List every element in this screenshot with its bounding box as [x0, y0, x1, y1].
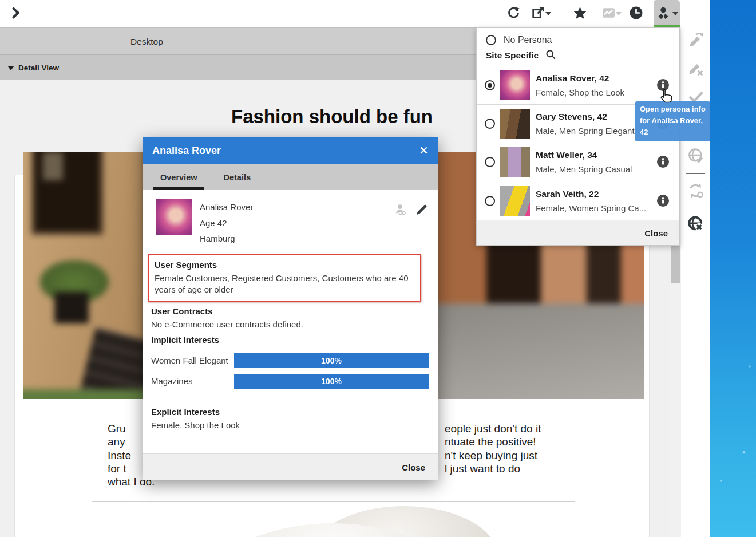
implicit-interests-heading: Implicit Interests	[151, 333, 429, 348]
radio-no-persona[interactable]	[486, 35, 496, 45]
radio-sarah[interactable]	[485, 196, 495, 206]
rail-divider	[686, 173, 705, 174]
expand-panel-button[interactable]	[6, 4, 25, 23]
analytics-button[interactable]	[596, 4, 626, 23]
avatar-matt	[500, 147, 530, 177]
profile-name: Analisa Rover	[200, 199, 393, 215]
user-contracts-heading: User Contracts	[151, 304, 429, 319]
edit-persona-button[interactable]	[415, 203, 429, 218]
edit-workflow-button[interactable]	[687, 31, 705, 50]
modal-footer: Close	[143, 453, 438, 480]
open-in-new-button[interactable]	[527, 4, 555, 23]
avatar-sarah	[500, 186, 530, 216]
mouse-cursor	[658, 87, 675, 104]
explicit-interests-heading: Explicit Interests	[151, 405, 429, 420]
time-machine-button[interactable]	[626, 4, 646, 23]
no-persona-label: No Persona	[504, 35, 552, 45]
chevron-right-icon	[9, 6, 23, 22]
persona-description: Male, Men Spring Elegant	[536, 126, 635, 136]
smartedit-preview-screen: Fashion should be fun Gru any Inste for …	[0, 0, 756, 537]
clock-icon	[629, 6, 643, 22]
interest-bar: 100%	[234, 353, 429, 368]
paragraph-right-fragment: eople just don't do it ntuate the positi…	[445, 422, 541, 475]
chevron-down-icon	[545, 12, 551, 15]
pencil-icon	[415, 210, 429, 218]
top-toolbar	[0, 0, 710, 27]
user-segments-highlight: User Segments Female Customers, Register…	[148, 254, 421, 302]
refresh-button[interactable]	[504, 4, 523, 23]
collapse-caret-icon	[8, 66, 14, 70]
interest-label: Women Fall Elegant	[151, 356, 234, 365]
chevron-down-icon	[672, 12, 678, 15]
discard-edit-button[interactable]	[687, 60, 705, 78]
user-segments-heading: User Segments	[155, 258, 415, 273]
rail-divider	[686, 207, 705, 207]
profile-avatar	[156, 199, 192, 235]
modal-close-icon[interactable]	[417, 145, 430, 157]
impersonate-button[interactable]	[393, 203, 408, 219]
modal-tab-bar: Overview Details	[143, 164, 438, 190]
globe-check-icon	[687, 157, 704, 166]
refresh-icon	[506, 6, 521, 22]
interest-bar-row: Women Fall Elegant 100%	[151, 353, 429, 368]
star-icon	[573, 6, 587, 22]
right-toolbar	[681, 0, 710, 537]
radio-gary[interactable]	[485, 119, 495, 129]
profile-age: Age 42	[200, 215, 393, 231]
persona-name: Gary Stevens, 42	[536, 112, 635, 122]
pencil-x-icon	[687, 70, 704, 79]
interest-bar-row: Magazines 100%	[151, 374, 429, 389]
persona-description: Female, Shop the Look	[536, 88, 624, 97]
persona-info-button-matt[interactable]	[657, 156, 669, 168]
globe-x-icon	[687, 226, 704, 234]
interest-label: Magazines	[151, 376, 234, 386]
pencil-redo-icon	[687, 42, 704, 50]
persona-name: Sarah Veith, 22	[536, 189, 646, 199]
analytics-chart-icon	[601, 6, 616, 22]
persona-description: Male, Men Spring Casual	[536, 164, 632, 174]
chevron-down-icon	[616, 12, 622, 15]
persona-name: Matt Weller, 34	[536, 150, 632, 160]
avatar-gary	[500, 109, 530, 139]
user-segments-text: Female Customers, Registered Customers, …	[155, 273, 415, 295]
persona-panel-close-button[interactable]: Close	[633, 220, 679, 246]
sync-button[interactable]	[687, 182, 705, 200]
detail-view-label: Detail View	[18, 55, 59, 81]
favorites-button[interactable]	[570, 4, 589, 23]
persona-icon	[656, 6, 671, 22]
modal-header: Analisa Rover	[143, 137, 438, 164]
radio-analisa[interactable]	[485, 80, 495, 90]
interest-bar: 100%	[234, 374, 429, 389]
persona-info-tooltip: Open persona info for Analisa Rover, 42	[635, 101, 710, 141]
avatar-analisa	[500, 70, 530, 100]
tab-overview[interactable]: Overview	[158, 164, 200, 190]
publish-status-button[interactable]	[687, 147, 705, 165]
interest-bar-fill: 100%	[234, 353, 429, 368]
persona-panel-footer: Close	[477, 220, 679, 245]
persona-row-analisa[interactable]: Analisa Rover, 42 Female, Shop the Look	[477, 66, 679, 105]
modal-title: Analisa Rover	[152, 145, 417, 157]
sync-icon	[687, 192, 704, 201]
open-in-new-icon	[531, 6, 545, 22]
persona-name: Analisa Rover, 42	[536, 73, 624, 84]
no-persona-option[interactable]: No Persona	[477, 28, 679, 49]
tab-details[interactable]: Details	[221, 164, 254, 190]
site-specific-label: Site Specific	[486, 50, 539, 61]
device-label: Desktop	[130, 28, 163, 55]
person-eye-icon	[393, 211, 408, 219]
unpublish-button[interactable]	[687, 215, 705, 234]
site-specific-header: Site Specific	[477, 49, 679, 66]
user-contracts-text: No e-Commerce user contracts defined.	[151, 319, 429, 330]
persona-row-matt[interactable]: Matt Weller, 34 Male, Men Spring Casual	[477, 143, 679, 181]
search-icon[interactable]	[545, 49, 556, 62]
persona-info-button-sarah[interactable]	[657, 195, 669, 207]
persona-description: Female, Women Spring Ca...	[536, 203, 646, 213]
radio-matt[interactable]	[485, 157, 495, 167]
profile-summary: Analisa Rover Age 42 Hamburg	[151, 199, 429, 247]
modal-close-button[interactable]: Close	[389, 454, 438, 480]
persona-button[interactable]	[654, 0, 680, 27]
modal-body: Analisa Rover Age 42 Hamburg	[143, 190, 438, 453]
persona-list: Analisa Rover, 42 Female, Shop the Look …	[477, 66, 679, 220]
persona-row-sarah[interactable]: Sarah Veith, 22 Female, Women Spring Ca.…	[477, 181, 679, 220]
explicit-interests-text: Female, Shop the Look	[151, 420, 429, 431]
